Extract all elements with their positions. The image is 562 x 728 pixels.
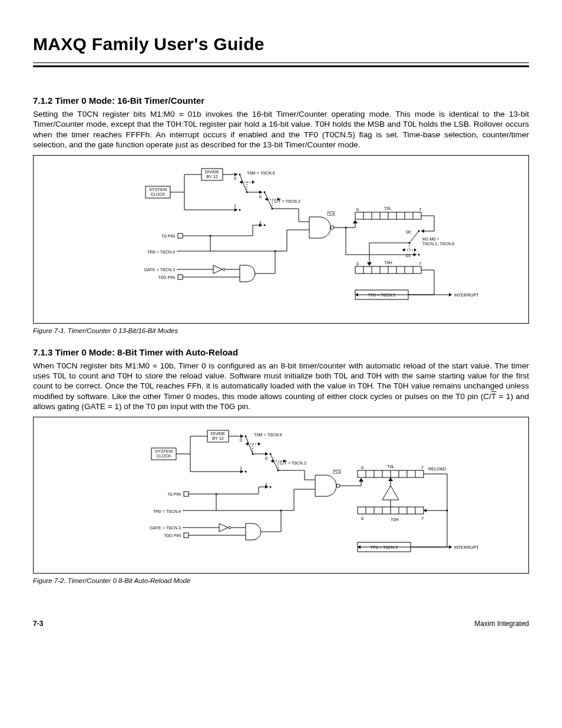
svg-text:T0M = T0CN.6: T0M = T0CN.6 (254, 432, 282, 437)
svg-marker-21 (240, 180, 242, 184)
svg-marker-92 (414, 248, 416, 252)
svg-point-86 (418, 253, 420, 255)
svg-point-56 (223, 268, 225, 271)
svg-marker-122 (414, 253, 416, 256)
svg-marker-157 (271, 459, 273, 463)
svg-line-18 (240, 174, 247, 192)
svg-text:T0G PIN: T0G PIN (164, 533, 181, 538)
svg-marker-209 (382, 486, 399, 500)
svg-text:TR0 = T0CN.4: TR0 = T0CN.4 (147, 249, 175, 255)
svg-point-186 (280, 509, 282, 511)
svg-text:T0L: T0L (384, 206, 392, 211)
svg-text:T0M = T0CN.6: T0M = T0CN.6 (247, 170, 275, 176)
svg-marker-34 (265, 197, 267, 201)
figure-7-1-svg: SYSTEM CLOCK DIVIDE BY 12 0 1 (39, 162, 523, 315)
para-713: When T0CN register bits M1:M0 = 10b, Tim… (33, 361, 529, 412)
svg-text:CLK: CLK (333, 470, 341, 475)
svg-text:0: 0 (265, 456, 267, 461)
svg-line-141 (246, 436, 253, 454)
svg-text:00: 00 (406, 229, 411, 235)
svg-text:1: 1 (240, 465, 242, 470)
svg-point-63 (275, 250, 276, 252)
svg-text:7: 7 (419, 207, 421, 212)
svg-text:INTERRUPT: INTERRUPT (454, 292, 479, 298)
figure-7-1: SYSTEM CLOCK DIVIDE BY 12 0 1 (33, 155, 529, 324)
svg-line-154 (270, 454, 278, 470)
svg-point-139 (245, 470, 247, 472)
doc-title: MAXQ Family User's Guide (33, 34, 529, 54)
svg-line-88 (409, 231, 419, 243)
svg-text:1: 1 (234, 203, 236, 209)
svg-rect-40 (178, 233, 183, 238)
svg-text:0: 0 (234, 176, 236, 181)
svg-marker-144 (246, 442, 248, 446)
svg-rect-163 (184, 492, 189, 496)
svg-text:CLOCK: CLOCK (156, 453, 171, 459)
svg-text:0: 0 (361, 516, 363, 521)
svg-marker-117 (449, 293, 452, 297)
svg-point-64 (330, 226, 334, 229)
svg-text:BY 12: BY 12 (212, 436, 224, 441)
svg-text:CLOCK: CLOCK (150, 192, 165, 197)
svg-marker-22 (252, 180, 254, 184)
svg-text:C/T = T0CN.2: C/T = T0CN.2 (274, 199, 300, 204)
svg-point-152 (270, 486, 272, 487)
svg-text:BY 12: BY 12 (206, 174, 218, 179)
svg-text:GATE = T0CN.3: GATE = T0CN.3 (150, 525, 181, 531)
svg-text:TF0 = T0CN.5: TF0 = T0CN.5 (368, 292, 395, 298)
svg-text:RELOAD: RELOAD (428, 466, 446, 472)
svg-line-31 (265, 192, 272, 209)
figure-7-2-svg: SYSTEM CLOCK DIVIDE BY 12 0 1 T0M = T0CN… (39, 423, 523, 565)
svg-marker-225 (358, 545, 361, 549)
svg-text:T0G PIN: T0G PIN (158, 275, 175, 280)
footer: 7-3 Maxim Integrated (33, 620, 529, 628)
footer-brand: Maxim Integrated (474, 620, 529, 628)
svg-point-29 (264, 224, 266, 226)
svg-marker-55 (213, 265, 222, 274)
heading-712: 7.1.2 Timer 0 Mode: 16-Bit Timer/Counter (33, 95, 529, 106)
svg-marker-91 (402, 248, 405, 252)
svg-text:01: 01 (406, 253, 411, 258)
svg-text:T0L: T0L (387, 464, 395, 469)
svg-text:TF0 = T0CN.5: TF0 = T0CN.5 (371, 545, 398, 550)
svg-text:T0 PIN: T0 PIN (167, 492, 181, 497)
svg-marker-68 (353, 220, 358, 223)
figure-7-2-caption: Figure 7-2. Timer/Counter 0 8-Bit Auto-R… (33, 577, 529, 584)
svg-marker-98 (367, 262, 372, 266)
heading-713: 7.1.3 Timer 0 Mode: 8-Bit Timer with Aut… (33, 347, 529, 357)
svg-marker-83 (421, 229, 424, 233)
svg-text:7: 7 (421, 516, 424, 521)
figure-7-1-caption: Figure 7-1. Timer/Counter 0 13-Bit/16-Bi… (33, 327, 529, 334)
svg-marker-178 (219, 523, 228, 532)
svg-point-16 (239, 209, 241, 210)
svg-marker-145 (258, 442, 260, 446)
svg-marker-113 (355, 293, 358, 297)
figure-7-2: SYSTEM CLOCK DIVIDE BY 12 0 1 T0M = T0CN… (33, 417, 529, 574)
svg-marker-212 (388, 477, 393, 481)
svg-text:TR0 = T0CN.4: TR0 = T0CN.4 (153, 509, 181, 514)
svg-marker-191 (359, 478, 363, 482)
svg-rect-58 (178, 275, 183, 279)
svg-text:0: 0 (356, 207, 359, 212)
svg-text:0: 0 (356, 261, 359, 266)
svg-text:0: 0 (361, 465, 363, 470)
svg-point-187 (336, 484, 340, 487)
svg-marker-208 (424, 509, 427, 512)
svg-text:T0H: T0H (384, 260, 392, 265)
svg-text:T0CN.1, T0CN.0: T0CN.1, T0CN.0 (422, 241, 454, 246)
svg-marker-229 (449, 545, 452, 549)
svg-text:7: 7 (419, 261, 421, 266)
svg-text:0: 0 (240, 437, 242, 443)
svg-text:T0 PIN: T0 PIN (161, 233, 175, 239)
svg-point-179 (229, 526, 231, 529)
svg-text:GATE = T0CN.3: GATE = T0CN.3 (144, 267, 175, 272)
page-number: 7-3 (33, 620, 43, 628)
svg-text:7: 7 (421, 465, 424, 470)
svg-text:CLK: CLK (327, 212, 335, 217)
svg-text:C/T = T0CN.2: C/T = T0CN.2 (280, 460, 306, 466)
svg-text:0: 0 (259, 194, 262, 199)
svg-text:INTERRUPT: INTERRUPT (454, 545, 479, 550)
header-rule (33, 62, 529, 67)
svg-text:T0H: T0H (391, 517, 399, 522)
para-712: Setting the T0CN register bits M1:M0 = 0… (33, 109, 529, 150)
